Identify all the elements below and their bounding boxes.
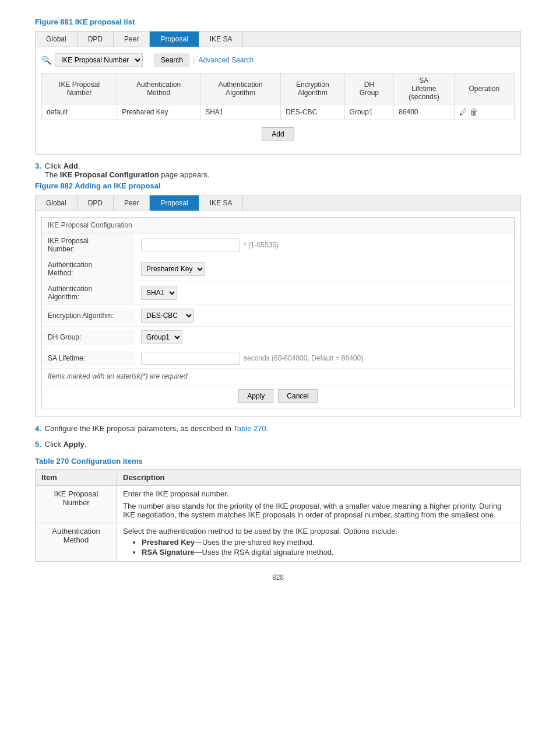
config-table-270: Item Description IKE ProposalNumber Ente… [35,469,521,562]
desc-line-1: Enter the IKE proposal number. [123,489,515,498]
table-row: IKE ProposalNumber Enter the IKE proposa… [36,486,521,523]
tab-content-881: 🔍 IKE Proposal Number Search | Advanced … [36,47,520,154]
figure-881-panel: Global DPD Peer Proposal IKE SA 🔍 IKE Pr… [35,31,521,155]
label-auth-method: AuthenticationMethod: [42,257,135,281]
input-area-auth-alg: SHA1 MD5 [135,282,514,303]
figure-882-section: Figure 882 Adding an IKE proposal Global… [35,181,521,417]
form-actions-882: Apply Cancel [42,384,514,408]
input-area-enc-alg: DES-CBC 3DES-CBC AES-CBC [135,305,514,326]
search-bar-881: 🔍 IKE Proposal Number Search | Advanced … [41,53,515,67]
config-desc-auth-method: Select the authentication method to be u… [117,523,521,562]
list-item: Preshared Key—Uses the pre-shared key me… [142,538,515,547]
add-button-881[interactable]: Add [262,127,294,141]
label-enc-alg: Encryption Algorithm: [42,308,135,323]
step-5-after: . [85,440,87,449]
col-header-number-881: IKE ProposalNumber [42,74,117,104]
col-header-sa-881: SALifetime(seconds) [394,74,454,104]
cancel-button-882[interactable]: Cancel [278,389,317,403]
figure-882-title: Figure 882 Adding an IKE proposal [35,181,521,190]
step-4-row: 4. Configure the IKE proposal parameters… [35,424,521,433]
tab-proposal-882[interactable]: Proposal [150,195,199,211]
step-4-link[interactable]: Table 270 [233,424,266,433]
cell-op-881: 🖊 🗑 [454,104,514,120]
input-ike-number[interactable] [141,239,240,251]
tab-ikesa-881[interactable]: IKE SA [199,32,244,47]
list-item: RSA Signature—Uses the RSA digital signa… [142,548,515,556]
edit-icon-881[interactable]: 🖊 [459,107,467,117]
step-3-row: 3. Click Add. The IKE Proposal Configura… [35,162,521,179]
step-3-sub-bold: IKE Proposal Configuration [60,170,159,179]
col-header-op-881: Operation [454,74,514,104]
form-row-auth-alg: AuthenticationAlgorithm: SHA1 MD5 [42,281,514,305]
config-item-auth-method: AuthenticationMethod [36,523,117,562]
label-sa-lifetime: SA Lifetime: [42,351,135,366]
tab-global-882[interactable]: Global [36,195,78,211]
input-area-auth-method: Preshared Key RSA Signature [135,258,514,279]
rsa-sig-desc: —Uses the RSA digital signature method. [195,548,334,556]
select-auth-method[interactable]: Preshared Key RSA Signature [141,262,205,276]
col-header-dh-881: DHGroup [344,74,394,104]
step-3-pre: Click [45,162,64,170]
preshared-key-bold: Preshared Key [142,538,195,547]
input-area-dh-group: Group1 Group2 Group5 [135,327,514,348]
input-sa-lifetime[interactable] [141,352,240,365]
auth-options-list: Preshared Key—Uses the pre-shared key me… [123,538,515,556]
preshared-key-desc: —Uses the pre-shared key method. [195,538,314,547]
tab-proposal-881[interactable]: Proposal [150,32,199,47]
config-form-882: IKE Proposal Configuration IKE ProposalN… [41,217,515,408]
rsa-sig-bold: RSA Signature [142,548,195,556]
label-auth-alg: AuthenticationAlgorithm: [42,281,135,304]
step-5-pre: Click [45,440,64,449]
step-5-number: 5. [35,440,41,449]
tab-peer-882[interactable]: Peer [114,195,150,211]
tab-dpd-882[interactable]: DPD [78,195,114,211]
hint-sa-lifetime: seconds (60-604800, Default = 86400) [244,354,363,362]
tab-global-881[interactable]: Global [36,32,78,47]
config-item-ike-number: IKE ProposalNumber [36,486,117,523]
figure-881-title: Figure 881 IKE proposal list [35,18,521,26]
figure-882-panel: Global DPD Peer Proposal IKE SA IKE Prop… [35,195,521,417]
tab-peer-881[interactable]: Peer [114,32,150,47]
col-header-enc-alg-881: EncryptionAlgorithm [281,74,344,104]
col-header-auth-alg-881: AuthenticationAlgorithm [200,74,281,104]
hint-ike-number: * (1-65535) [244,241,279,249]
config-form-title-882: IKE Proposal Configuration [42,218,514,233]
form-row-sa-lifetime: SA Lifetime: seconds (60-604800, Default… [42,348,514,369]
config-table-header-item: Item [36,470,117,486]
table-row: AuthenticationMethod Select the authenti… [36,523,521,562]
select-dh-group[interactable]: Group1 Group2 Group5 [141,330,182,344]
tab-bar-881: Global DPD Peer Proposal IKE SA [36,32,520,47]
step-4-after: . [266,424,269,433]
tab-dpd-881[interactable]: DPD [78,32,114,47]
step-4-pre: Configure the IKE proposal parameters, a… [45,424,234,433]
cell-auth-alg-881: SHA1 [200,104,281,120]
step-3-number: 3. [35,162,41,170]
step-3-sub-pre: The [45,170,60,179]
delete-icon-881[interactable]: 🗑 [470,107,478,117]
col-header-auth-method-881: AuthenticationMethod [117,74,200,104]
step-3-text: Click Add. The IKE Proposal Configuratio… [45,162,209,179]
search-field-select-881[interactable]: IKE Proposal Number [55,53,143,67]
table-270-section: Table 270 Configuration items Item Descr… [35,457,521,562]
step-5-row: 5. Click Apply. [35,440,521,449]
step-3-sub-after: page appears. [159,170,210,179]
cell-enc-alg-881: DES-CBC [281,104,344,120]
apply-button-882[interactable]: Apply [238,389,273,403]
step-3-dot: . [78,162,80,170]
cell-sa-881: 86400 [394,104,454,120]
tab-ikesa-882[interactable]: IKE SA [199,195,244,211]
page-number: 828 [35,573,521,582]
table-270-title: Table 270 Configuration items [35,457,521,466]
table-row: default Preshared Key SHA1 DES-CBC Group… [42,104,515,120]
figure-881-section: Figure 881 IKE proposal list Global DPD … [35,18,521,155]
label-ike-number: IKE ProposalNumber: [42,233,135,257]
select-enc-alg[interactable]: DES-CBC 3DES-CBC AES-CBC [141,309,194,323]
search-button-881[interactable]: Search [154,54,189,66]
config-desc-ike-number: Enter the IKE proposal number. The numbe… [117,486,521,523]
form-row-dh-group: DH Group: Group1 Group2 Group5 [42,327,514,348]
form-row-auth-method: AuthenticationMethod: Preshared Key RSA … [42,257,514,281]
tab-content-882: IKE Proposal Configuration IKE ProposalN… [36,211,520,416]
select-auth-alg[interactable]: SHA1 MD5 [141,286,177,300]
advanced-search-link-881[interactable]: Advanced Search [198,56,254,64]
label-dh-group: DH Group: [42,330,135,345]
